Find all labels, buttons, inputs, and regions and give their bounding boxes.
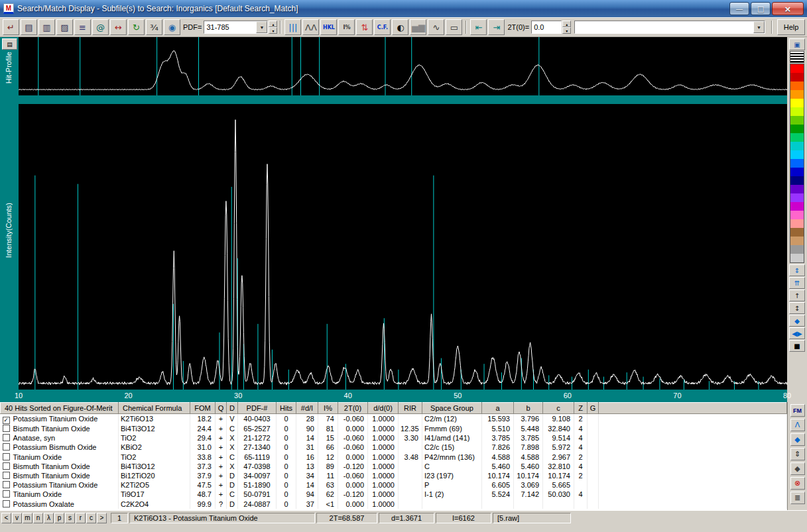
palette-color-swatch[interactable] bbox=[790, 159, 804, 168]
palette-color-swatch[interactable] bbox=[790, 81, 804, 90]
spin-down-icon[interactable]: ▾ bbox=[562, 27, 571, 34]
column-header[interactable]: D bbox=[227, 403, 238, 414]
column-header[interactable]: 40 Hits Sorted on Figure-Of-Merit bbox=[1, 403, 119, 414]
palette-color-swatch[interactable] bbox=[790, 228, 804, 237]
print-button[interactable]: ▤ bbox=[21, 19, 37, 35]
status-nav-button-x[interactable]: < bbox=[1, 513, 11, 523]
profile-fit-button[interactable]: ∿ bbox=[428, 19, 444, 35]
palette-color-swatch[interactable] bbox=[790, 116, 804, 125]
palette-color-swatch[interactable] bbox=[790, 107, 804, 116]
main-pattern-chart[interactable] bbox=[19, 104, 787, 390]
column-header[interactable]: Hits bbox=[277, 403, 296, 414]
palette-color-swatch[interactable] bbox=[790, 176, 804, 185]
spin-updown-button[interactable]: ⇕ bbox=[789, 264, 805, 276]
palette-color-swatch[interactable] bbox=[790, 133, 804, 142]
hit-profile-plot[interactable] bbox=[19, 37, 787, 95]
row-checkbox[interactable] bbox=[3, 481, 10, 488]
palette-color-swatch[interactable] bbox=[790, 125, 804, 133]
cf-button[interactable]: C.F. bbox=[374, 19, 391, 35]
save-button[interactable]: ▥ bbox=[38, 19, 55, 35]
delete-button[interactable]: ⊗ bbox=[790, 477, 805, 490]
palette-color-swatch[interactable] bbox=[790, 254, 804, 262]
table-row[interactable]: Potassium OxalateC2K2O499.9?D24-0887037<… bbox=[1, 500, 787, 509]
web-button[interactable]: @ bbox=[92, 19, 109, 35]
column-header[interactable]: #d/I bbox=[296, 403, 318, 414]
lines-button[interactable]: ≣ bbox=[790, 492, 805, 504]
move-updown-button[interactable]: ⇕ bbox=[790, 448, 805, 460]
close-button[interactable]: × bbox=[772, 2, 804, 15]
status-nav-button-n[interactable]: n bbox=[33, 513, 43, 523]
fraction-button[interactable]: ¾ bbox=[146, 19, 162, 35]
chevron-down-icon[interactable]: ▼ bbox=[256, 21, 267, 33]
row-checkbox[interactable] bbox=[3, 490, 10, 498]
status-nav-button-x[interactable]: > bbox=[97, 513, 107, 523]
column-header[interactable]: Q bbox=[216, 403, 227, 414]
palette-color-swatch[interactable] bbox=[790, 245, 804, 254]
sticks-button[interactable]: ||| bbox=[284, 19, 301, 35]
palette-color-swatch[interactable] bbox=[790, 150, 804, 159]
peak-button[interactable]: Λ bbox=[790, 419, 805, 431]
fm-button[interactable]: FM bbox=[790, 404, 805, 417]
column-header[interactable]: d/d(0) bbox=[368, 403, 399, 414]
hit-profile-chart[interactable] bbox=[19, 37, 787, 95]
table-row[interactable]: Titanium OxideTi9O1748.7+C50-079109462-0… bbox=[1, 490, 787, 499]
row-checkbox[interactable] bbox=[3, 434, 10, 441]
expand-axis-button[interactable]: ⇥ bbox=[488, 19, 505, 35]
zoom-window-button[interactable]: ▣ bbox=[789, 38, 805, 50]
hkl-button[interactable]: HKL bbox=[320, 19, 337, 35]
status-nav-button-s[interactable]: s bbox=[65, 513, 75, 523]
table-row[interactable]: Anatase, synTiO229.4+X21-127201415-0.060… bbox=[1, 433, 787, 443]
palette-color-swatch[interactable] bbox=[790, 219, 804, 228]
diamond-button[interactable]: ◆ bbox=[789, 315, 805, 327]
palette-color-swatch[interactable] bbox=[790, 168, 804, 176]
phase-combobox[interactable]: ▼ bbox=[574, 21, 765, 34]
column-header[interactable]: 2T(0) bbox=[338, 403, 368, 414]
pdf-spinner[interactable]: ▴▾ bbox=[269, 21, 277, 34]
palette-color-swatch[interactable] bbox=[790, 99, 804, 107]
two-theta-input[interactable] bbox=[531, 21, 562, 34]
row-checkbox[interactable] bbox=[3, 443, 10, 451]
contrast-button[interactable]: ◐ bbox=[392, 19, 408, 35]
column-header[interactable]: Z bbox=[574, 403, 588, 414]
refresh-button[interactable]: ↻ bbox=[128, 19, 145, 35]
column-header[interactable]: c bbox=[543, 403, 574, 414]
diamond-down-button[interactable]: ◆ bbox=[790, 462, 805, 475]
column-header[interactable]: Space Group bbox=[422, 403, 482, 414]
fit-width-button[interactable]: ⇤ bbox=[470, 19, 487, 35]
column-header[interactable]: RIR bbox=[399, 403, 422, 414]
table-row[interactable]: Titanium OxideTiO233.8+C65-1119016120.00… bbox=[1, 452, 787, 462]
palette-color-swatch[interactable] bbox=[790, 142, 804, 150]
row-checkbox[interactable] bbox=[3, 472, 10, 479]
list-button[interactable]: ≡ bbox=[74, 19, 91, 35]
status-nav-button-c[interactable]: c bbox=[86, 513, 96, 523]
pdf-combobox[interactable]: 31-785 ▼ bbox=[204, 21, 268, 34]
status-nav-button-x[interactable]: λ bbox=[44, 513, 54, 523]
minimize-button[interactable]: — bbox=[729, 2, 749, 15]
maximize-button[interactable]: □ bbox=[751, 2, 771, 15]
column-header[interactable]: FOM bbox=[190, 403, 216, 414]
swap-button[interactable]: ↔ bbox=[110, 19, 127, 35]
globe-button[interactable]: ◉ bbox=[164, 19, 180, 35]
chevron-down-icon[interactable]: ▼ bbox=[753, 21, 765, 33]
table-row[interactable]: Bismuth Titanium OxideBi4Ti3O1224.4+C65-… bbox=[1, 424, 787, 433]
two-theta-d-button[interactable]: ⇅ bbox=[356, 19, 373, 35]
column-header[interactable]: G bbox=[588, 403, 599, 414]
page-up-button[interactable]: ⇈ bbox=[789, 277, 805, 289]
intensity-percent-button[interactable]: I% bbox=[338, 19, 355, 35]
row-checkbox[interactable] bbox=[3, 462, 10, 470]
column-header[interactable]: Chemical Formula bbox=[119, 403, 190, 414]
help-button[interactable]: Help bbox=[777, 19, 805, 35]
black-square-button[interactable]: ■ bbox=[789, 340, 805, 352]
histogram-button[interactable]: ▅▆ bbox=[410, 19, 426, 35]
table-row[interactable]: Bismuth Titanium OxideBi12TiO2037.9+D34-… bbox=[1, 471, 787, 480]
table-row[interactable]: Potassium Titanium OxideK2Ti2O547.5+D51-… bbox=[1, 480, 787, 490]
column-header[interactable]: b bbox=[514, 403, 543, 414]
column-header[interactable]: I% bbox=[318, 403, 338, 414]
peak-labels-button[interactable]: ΛΛ bbox=[302, 19, 319, 35]
palette-color-swatch[interactable] bbox=[790, 73, 804, 81]
expand-vertical-button[interactable]: ↕ bbox=[789, 302, 805, 314]
palette-color-swatch[interactable] bbox=[790, 237, 804, 245]
main-pattern-plot[interactable] bbox=[19, 104, 787, 390]
spin-up-icon[interactable]: ▴ bbox=[562, 21, 571, 27]
row-checkbox[interactable] bbox=[3, 425, 10, 432]
